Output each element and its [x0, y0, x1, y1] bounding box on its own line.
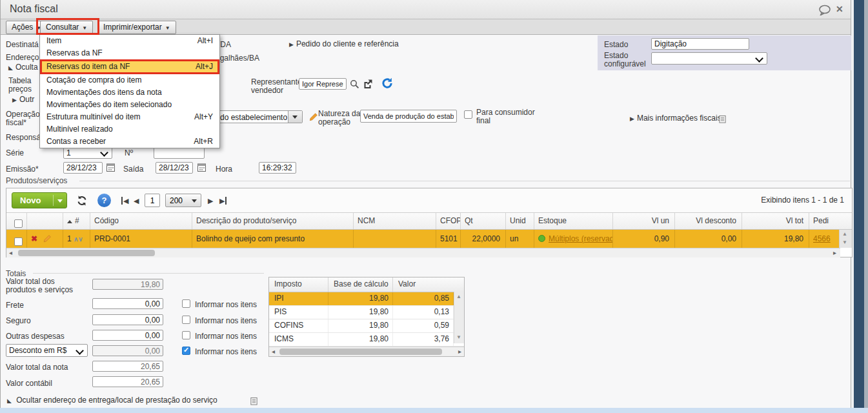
- para-consumidor-checkbox[interactable]: [464, 110, 472, 119]
- valor-header-cell[interactable]: Valor: [393, 277, 454, 292]
- notes-icon[interactable]: [250, 397, 258, 405]
- scroll-right-icon[interactable]: ▸: [458, 348, 461, 355]
- page-size-select[interactable]: 200: [165, 194, 201, 207]
- prev-page-icon[interactable]: ◀: [134, 197, 139, 205]
- outros-toggle[interactable]: ▶Outr: [12, 95, 34, 104]
- ncm-header-cell[interactable]: NCM: [354, 213, 436, 229]
- frete-informar-checkbox[interactable]: [182, 299, 190, 308]
- help-icon[interactable]: ?: [97, 194, 111, 207]
- calendar-icon[interactable]: [106, 163, 116, 172]
- search-icon[interactable]: [350, 79, 359, 89]
- refresh-icon[interactable]: [381, 77, 394, 90]
- scroll-up-icon[interactable]: ▲: [842, 231, 847, 237]
- menu-item-estrutura-multinivel[interactable]: Estrutura multinível do itemAlt+Y: [40, 111, 219, 123]
- natureza-operacao-input[interactable]: [360, 110, 457, 123]
- qt-header-cell[interactable]: Qt: [461, 213, 506, 229]
- menu-item-item[interactable]: ItemAlt+I: [40, 35, 219, 47]
- estoque-header-cell[interactable]: Estoque: [534, 213, 613, 229]
- menu-item-multinivel-realizado[interactable]: Multinível realizado: [40, 123, 219, 136]
- imposto-header-cell[interactable]: Imposto: [269, 277, 328, 292]
- representante-input[interactable]: [299, 78, 347, 90]
- estoque-link[interactable]: Múltiplos (reservado): [549, 234, 613, 243]
- refresh-grid-icon[interactable]: [76, 194, 88, 207]
- desconto-tipo-select[interactable]: Desconto em R$: [6, 344, 88, 357]
- frete-input[interactable]: [92, 298, 163, 309]
- menu-consultar-button[interactable]: Consultar▼: [40, 21, 93, 34]
- saida-input[interactable]: [156, 162, 193, 174]
- estado-configuravel-select[interactable]: [651, 52, 767, 65]
- outras-informar-checkbox[interactable]: [182, 331, 190, 339]
- edit-row-pencil-icon[interactable]: [43, 234, 52, 243]
- menu-item-label: Movimentações dos itens da nota: [46, 88, 162, 97]
- menu-item-movimentacoes-selecionado[interactable]: Movimentações do item selecionado: [40, 99, 219, 111]
- menu-item-movimentacoes-itens[interactable]: Movimentações dos itens da nota: [40, 86, 219, 99]
- vl-desconto-header-cell[interactable]: Vl desconto: [675, 213, 742, 229]
- codigo-header-cell[interactable]: Código: [90, 213, 192, 229]
- scrollbar-thumb[interactable]: [279, 348, 442, 355]
- imposto-row-cofins[interactable]: COFINS 19,80 0,59: [269, 319, 464, 333]
- seguro-informar-checkbox[interactable]: [182, 316, 190, 324]
- menu-item-reservas-nf[interactable]: Reservas da NF: [40, 47, 219, 59]
- scroll-down-icon[interactable]: ▼: [456, 334, 461, 340]
- imposto-row-pis[interactable]: PIS 19,80 0,13: [269, 306, 464, 319]
- vl-tot-header-cell[interactable]: Vl tot: [742, 213, 809, 229]
- edit-pencil-icon[interactable]: [309, 112, 318, 121]
- pedido-cliente-toggle[interactable]: ▶Pedido do cliente e referência: [289, 39, 399, 48]
- desconto-informar-checkbox[interactable]: [182, 347, 190, 355]
- cfop-header-cell[interactable]: CFOP: [436, 213, 461, 229]
- pedido-link[interactable]: 4566: [813, 230, 831, 248]
- close-icon[interactable]: ✕: [836, 4, 843, 14]
- last-page-icon[interactable]: ▶: [219, 197, 227, 205]
- unid-header-cell[interactable]: Unid: [506, 213, 534, 229]
- base-header-cell[interactable]: Base de cálculo: [328, 277, 393, 292]
- delete-row-icon[interactable]: ✖: [31, 234, 37, 243]
- comment-bubble-icon[interactable]: [818, 5, 832, 15]
- estado-input[interactable]: [651, 38, 749, 50]
- scroll-down-icon[interactable]: ▼: [842, 239, 847, 245]
- operacao-fiscal-select[interactable]: do estabelecimento: [207, 110, 303, 123]
- mais-informacoes-toggle[interactable]: ▶Mais informações fiscais: [630, 114, 722, 123]
- novo-button[interactable]: Novo: [12, 192, 67, 208]
- vertical-scrollbar[interactable]: ▲ ▼: [839, 230, 852, 248]
- impostos-horizontal-scrollbar[interactable]: ◂ ▸: [269, 347, 464, 356]
- menu-imprimir-button[interactable]: Imprimir/exportar▼: [97, 21, 176, 34]
- imposto-row-ipi[interactable]: IPI 19,80 0,85: [269, 292, 464, 306]
- imposto-base: 19,80: [328, 292, 393, 305]
- horizontal-scrollbar[interactable]: ◂ ▸: [6, 248, 840, 257]
- outras-despesas-input[interactable]: [92, 330, 163, 341]
- hora-input[interactable]: [259, 162, 296, 174]
- descricao-header-cell[interactable]: Descrição do produto/serviço: [192, 213, 354, 229]
- menu-item-cotacao-compra[interactable]: Cotação de compra do item: [40, 74, 219, 86]
- open-external-icon[interactable]: [363, 79, 373, 89]
- select-all-checkbox[interactable]: [14, 219, 23, 228]
- impostos-vertical-scrollbar[interactable]: ▲ ▼: [454, 292, 464, 343]
- vl-un-header-cell[interactable]: Vl un: [613, 213, 675, 229]
- first-page-icon[interactable]: ◀: [121, 197, 128, 205]
- desconto-input: [92, 345, 163, 356]
- emissao-input[interactable]: [63, 162, 103, 174]
- seguro-input[interactable]: [92, 314, 163, 325]
- ocultar-toggle[interactable]: ◣Oculta: [8, 63, 38, 72]
- next-page-icon[interactable]: ▶: [208, 197, 213, 205]
- notes-icon[interactable]: [718, 115, 727, 123]
- calendar-icon[interactable]: [197, 163, 207, 172]
- row-checkbox[interactable]: [14, 237, 23, 246]
- page-number-input[interactable]: 1: [145, 194, 160, 207]
- expand-icon: ▶: [12, 97, 17, 103]
- menu-item-reservas-item-nf[interactable]: Reservas do item da NFAlt+J: [40, 59, 219, 74]
- menu-consultar-label: Consultar: [46, 23, 79, 32]
- scroll-right-icon[interactable]: ▸: [833, 249, 836, 256]
- pedido-header-cell[interactable]: Pedi: [809, 213, 840, 229]
- table-row[interactable]: ✖ 1 ∧∨ PRD-0001 Bolinho de queijo com pr…: [6, 230, 852, 248]
- menu-item-contas-receber[interactable]: Contas a receberAlt+R: [40, 136, 219, 148]
- scroll-up-icon[interactable]: ▲: [456, 294, 461, 299]
- num-header-cell[interactable]: #: [63, 213, 90, 229]
- scrollbar-thumb[interactable]: [18, 250, 155, 256]
- imposto-row-icms[interactable]: ICMS 19,80 3,76: [269, 333, 464, 347]
- scroll-left-icon[interactable]: ◂: [272, 348, 275, 355]
- produtos-legend: Produtos/serviços: [6, 176, 67, 185]
- scroll-left-icon[interactable]: ◂: [9, 249, 12, 256]
- ocultar-endereco-toggle[interactable]: ◣ Ocultar endereço de entrega/local de p…: [7, 396, 217, 405]
- para-consumidor-label-l1: Para consumidor: [476, 108, 535, 117]
- move-down-icon[interactable]: ∨: [78, 236, 83, 243]
